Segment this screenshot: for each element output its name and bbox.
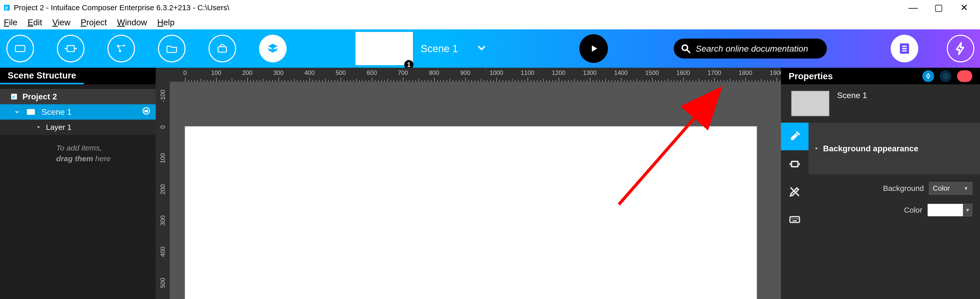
window-titlebar: if Project 2 - Intuiface Composer Enterp… <box>0 0 980 15</box>
properties-tab-props-icon[interactable] <box>922 70 934 82</box>
canvas-area[interactable]: 0100200300400500600700800900100011001200… <box>156 68 781 299</box>
play-button[interactable] <box>579 34 608 63</box>
label-color: Color <box>904 206 922 214</box>
tree-empty-hint: To add items, drag them here <box>0 135 156 164</box>
properties-tab-tag-icon[interactable] <box>957 70 972 82</box>
scene-structure-header: Scene Structure <box>0 68 84 84</box>
properties-title: Properties <box>789 71 833 81</box>
scene-thumbnail[interactable]: 1 <box>355 32 413 65</box>
scene-icon <box>27 109 35 115</box>
search-icon <box>680 43 691 54</box>
scene-visibility-icon[interactable] <box>142 107 151 117</box>
svg-text:if: if <box>5 6 8 11</box>
toolbar-device-button[interactable] <box>57 35 84 62</box>
svg-rect-22 <box>27 109 35 115</box>
scene-structure-panel: Scene Structure if Project 2 Scene 1 Lay… <box>0 68 156 299</box>
svg-rect-3 <box>67 45 74 51</box>
tree-project-label: Project 2 <box>22 92 57 101</box>
svg-point-27 <box>927 75 930 78</box>
scene-structure-title: Scene Structure <box>8 70 76 80</box>
toolbar-triggers-button[interactable] <box>947 35 974 62</box>
window-maximize-button[interactable]: ▢ <box>934 2 944 13</box>
label-background: Background <box>883 184 924 193</box>
scene-name-label: Scene 1 <box>421 43 458 54</box>
accordion-background-appearance[interactable]: Background appearance <box>808 123 980 174</box>
menu-window[interactable]: Window <box>117 18 147 27</box>
display-icon <box>788 158 801 171</box>
ruler-vertical: -1000100200300400500 <box>156 82 170 299</box>
svg-rect-29 <box>792 161 798 167</box>
color-swatch[interactable] <box>928 204 963 216</box>
tree-layer-row[interactable]: Layer 1 <box>0 120 156 135</box>
toolbar-nodes-button[interactable] <box>107 35 135 62</box>
toolbar-rectangle-button[interactable] <box>6 35 34 62</box>
caret-down-icon <box>814 146 819 151</box>
brush-icon <box>788 130 801 143</box>
svg-point-7 <box>75 48 77 49</box>
svg-point-33 <box>794 218 795 219</box>
window-close-button[interactable]: ✕ <box>959 2 969 13</box>
tab-appearance[interactable] <box>781 123 808 150</box>
pencil-cross-icon <box>788 185 801 198</box>
app-icon: if <box>3 4 11 11</box>
color-swatch-dropdown[interactable]: ▼ <box>963 204 972 216</box>
ruler-playhead-marker <box>485 68 486 71</box>
canvas-viewport[interactable] <box>170 82 781 299</box>
svg-rect-31 <box>790 217 800 222</box>
svg-line-15 <box>687 50 690 53</box>
tab-behaviors[interactable] <box>781 178 808 205</box>
svg-point-35 <box>797 218 798 219</box>
property-scene-name: Scene 1 <box>837 91 867 100</box>
window-minimize-button[interactable]: — <box>908 2 918 13</box>
menu-edit[interactable]: Edit <box>27 18 42 27</box>
keyboard-icon <box>788 213 801 225</box>
search-input[interactable] <box>696 44 820 54</box>
tab-display[interactable] <box>781 150 808 178</box>
chevron-down-icon: ▼ <box>963 185 969 192</box>
menu-view[interactable]: View <box>52 18 70 27</box>
search-documentation[interactable] <box>674 38 827 59</box>
scene-dropdown-chevron[interactable] <box>476 42 487 55</box>
properties-tab-globe-icon[interactable] <box>940 70 951 82</box>
toolbar-checklist-button[interactable] <box>891 35 918 62</box>
svg-rect-24 <box>145 110 148 112</box>
tree-project-row[interactable]: if Project 2 <box>0 89 156 104</box>
project-icon: if <box>10 93 18 101</box>
tree-scene-label: Scene 1 <box>41 107 72 117</box>
svg-point-32 <box>792 218 793 219</box>
window-title: Project 2 - Intuiface Composer Enterpris… <box>14 3 908 12</box>
svg-rect-2 <box>15 45 25 51</box>
property-category-tabs <box>781 123 808 233</box>
properties-panel: Properties Scene 1 <box>781 68 980 299</box>
tree-scene-row[interactable]: Scene 1 <box>0 104 156 120</box>
dropdown-background-type[interactable]: Color ▼ <box>929 182 972 195</box>
properties-header: Properties <box>781 68 980 84</box>
property-thumbnail <box>791 91 829 116</box>
toolbar-folder-button[interactable] <box>158 35 186 62</box>
ruler-horizontal: 0100200300400500600700800900100011001200… <box>170 68 781 82</box>
caret-down-icon <box>36 125 41 130</box>
tab-keyboard[interactable] <box>781 205 808 233</box>
scene-artboard[interactable] <box>185 126 757 299</box>
accordion-title: Background appearance <box>823 144 918 153</box>
menubar: File Edit View Project Window Help <box>0 15 980 29</box>
tree-layer-label: Layer 1 <box>46 123 72 132</box>
menu-file[interactable]: File <box>4 18 18 27</box>
ruler-corner <box>156 68 170 82</box>
menu-project[interactable]: Project <box>81 18 107 27</box>
main-toolbar: 1 Scene 1 <box>0 29 980 68</box>
menu-help[interactable]: Help <box>157 18 175 27</box>
toolbar-layers-button[interactable] <box>259 35 286 62</box>
toolbar-briefcase-button[interactable] <box>208 35 236 62</box>
chevron-down-icon <box>14 109 20 115</box>
svg-rect-13 <box>218 47 227 52</box>
svg-text:if: if <box>12 95 15 99</box>
dropdown-background-value: Color <box>933 184 950 192</box>
svg-point-34 <box>796 218 797 219</box>
svg-point-6 <box>65 48 66 49</box>
